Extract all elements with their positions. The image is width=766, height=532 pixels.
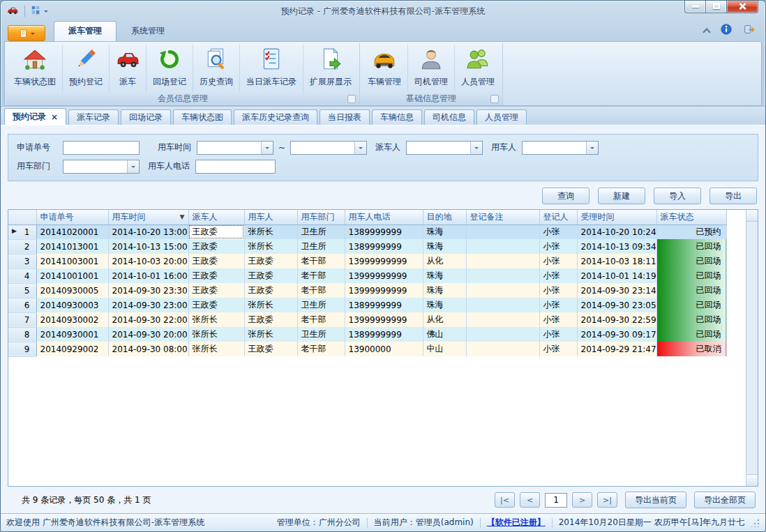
maximize-button[interactable]	[705, 0, 726, 13]
department-combo[interactable]	[63, 160, 140, 174]
table-row[interactable]: 3 20141003001 2014-10-03 20:00 王政委 王政委 老…	[8, 254, 726, 268]
close-button[interactable]	[726, 0, 758, 13]
import-button[interactable]: 导入	[654, 188, 701, 204]
return-register-button[interactable]: 回场登记	[147, 45, 193, 92]
export-current-page-button[interactable]: 导出当前页	[625, 492, 686, 508]
application-no-input[interactable]	[63, 141, 140, 155]
row-indicator-cell[interactable]: 2	[8, 239, 36, 254]
cell-destination[interactable]: 珠海	[423, 239, 466, 254]
cell-dispatcher[interactable]: 张所长	[188, 342, 244, 356]
cell-dispatcher[interactable]: 王政委	[188, 283, 244, 298]
cell-dispatch-status[interactable]: 已取消	[656, 342, 726, 356]
extended-screen-display-button[interactable]: 扩展屏显示	[303, 45, 358, 92]
sort-filter-arrow-icon[interactable]: ▼	[180, 213, 185, 220]
cell-car-user[interactable]: 王政委	[244, 268, 297, 283]
today-dispatch-records-button[interactable]: 当日派车记录	[240, 45, 303, 92]
minimize-button[interactable]	[684, 0, 705, 13]
cell-application-no[interactable]: 20141003001	[36, 254, 108, 268]
col-dispatch-status[interactable]: 派车状态	[656, 210, 726, 225]
cell-use-time[interactable]: 2014-10-13 15:00	[108, 239, 188, 254]
cell-application-no[interactable]: 20141020001	[36, 225, 108, 239]
row-indicator-cell[interactable]: 7	[8, 312, 36, 327]
info-icon[interactable]	[721, 24, 732, 38]
cell-department[interactable]: 老干部	[297, 342, 345, 356]
cell-use-time[interactable]: 2014-10-01 16:00	[108, 268, 188, 283]
cell-accept-time[interactable]: 2014-09-30 22:59	[577, 312, 656, 327]
cell-accept-time[interactable]: 2014-09-30 09:17	[577, 327, 656, 342]
tab-close-icon[interactable]: ×	[51, 112, 58, 122]
cell-destination[interactable]: 从化	[423, 254, 466, 268]
cell-car-user[interactable]: 张所长	[244, 298, 297, 312]
col-car-user[interactable]: 用车人	[244, 210, 297, 225]
cell-car-user[interactable]: 王政委	[244, 342, 297, 356]
cell-destination[interactable]: 珠海	[423, 225, 466, 239]
col-accept-time[interactable]: 受理时间	[577, 210, 656, 225]
cell-accept-time[interactable]: 2014-09-29 21:47	[577, 342, 656, 356]
cell-dispatch-status[interactable]: 已回场	[656, 283, 726, 298]
cell-department[interactable]: 卫生所	[297, 239, 345, 254]
cell-dispatch-status[interactable]: 已回场	[656, 268, 726, 283]
cell-destination[interactable]: 珠海	[423, 298, 466, 312]
dialog-launcher-icon[interactable]	[490, 95, 499, 103]
driver-management-button[interactable]: 司机管理	[408, 45, 455, 92]
cell-car-user[interactable]: 张所长	[244, 225, 297, 239]
cell-application-no[interactable]: 20141013001	[36, 239, 108, 254]
row-indicator-cell[interactable]: 4	[8, 268, 36, 283]
help-exit-icon[interactable]	[743, 24, 756, 38]
cell-register-remark[interactable]	[466, 327, 539, 342]
cell-destination[interactable]: 佛山	[423, 327, 466, 342]
col-destination[interactable]: 目的地	[423, 210, 466, 225]
export-all-pages-button[interactable]: 导出全部页	[694, 492, 756, 508]
cell-registrant[interactable]: 小张	[539, 254, 577, 268]
cell-destination[interactable]: 珠海	[423, 268, 466, 283]
personnel-management-button[interactable]: 人员管理	[455, 45, 501, 92]
cell-use-time[interactable]: 2014-09-30 20:00	[108, 327, 188, 342]
cell-register-remark[interactable]	[466, 254, 539, 268]
cell-dispatch-status[interactable]: 已回场	[656, 298, 726, 312]
row-indicator-cell[interactable]: ▶1	[8, 225, 36, 239]
cell-application-no[interactable]: 20140930003	[36, 298, 108, 312]
cell-register-remark[interactable]	[466, 342, 539, 356]
dropdown-button[interactable]	[261, 142, 273, 154]
cell-dispatcher[interactable]: 王政委	[188, 298, 244, 312]
table-row[interactable]: 2 20141013001 2014-10-13 15:00 王政委 张所长 卫…	[8, 239, 726, 254]
cell-dispatcher[interactable]: 王政委	[188, 254, 244, 268]
table-row[interactable]: 9 20140929002 2014-09-30 08:00 张所长 王政委 老…	[8, 342, 726, 356]
dropdown-button[interactable]	[127, 160, 139, 173]
cell-car-user[interactable]: 王政委	[244, 283, 297, 298]
cell-use-time[interactable]: 2014-09-30 23:00	[108, 298, 188, 312]
col-use-time[interactable]: ▼用车时间	[108, 210, 188, 225]
use-time-from-combo[interactable]	[197, 141, 273, 155]
cell-destination[interactable]: 从化	[423, 312, 466, 327]
col-register-remark[interactable]: 登记备注	[466, 210, 539, 225]
export-button[interactable]: 导出	[709, 188, 757, 204]
cell-department[interactable]: 老干部	[297, 254, 345, 268]
cell-registrant[interactable]: 小张	[539, 283, 577, 298]
cell-register-remark[interactable]	[466, 225, 539, 239]
car-user-combo[interactable]	[522, 141, 599, 155]
cell-user-phone[interactable]: 13999999999	[345, 268, 423, 283]
cell-dispatch-status[interactable]: 已预约	[656, 225, 726, 239]
dialog-launcher-icon[interactable]	[347, 95, 356, 103]
cell-register-remark[interactable]	[466, 239, 539, 254]
scroll-down-button[interactable]	[746, 474, 758, 486]
tab-dispatch-history-query[interactable]: 派车历史记录查询	[234, 109, 317, 125]
cell-registrant[interactable]: 小张	[539, 298, 577, 312]
cell-application-no[interactable]: 20141001001	[36, 268, 108, 283]
tab-dispatch-records[interactable]: 派车记录	[68, 109, 119, 125]
cell-accept-time[interactable]: 2014-10-03 18:11	[577, 254, 656, 268]
dispatch-button[interactable]: 派车	[110, 45, 147, 92]
tab-driver-info[interactable]: 司机信息	[424, 109, 474, 125]
toolbar-dropdown-caret-icon[interactable]	[44, 10, 48, 15]
dispatcher-combo[interactable]	[406, 141, 483, 155]
cell-department[interactable]: 卫生所	[297, 225, 345, 239]
col-dispatcher[interactable]: 派车人	[188, 210, 244, 225]
new-button[interactable]: 新建	[598, 188, 645, 204]
cell-department[interactable]: 老干部	[297, 268, 345, 283]
grid-vertical-scrollbar[interactable]	[746, 210, 758, 486]
cell-application-no[interactable]: 20140930002	[36, 312, 108, 327]
cell-user-phone[interactable]: 13900000	[345, 342, 423, 356]
cell-application-no[interactable]: 20140930005	[36, 283, 108, 298]
page-number-input[interactable]	[545, 493, 567, 508]
cell-dispatcher[interactable]: 张所长	[188, 327, 244, 342]
